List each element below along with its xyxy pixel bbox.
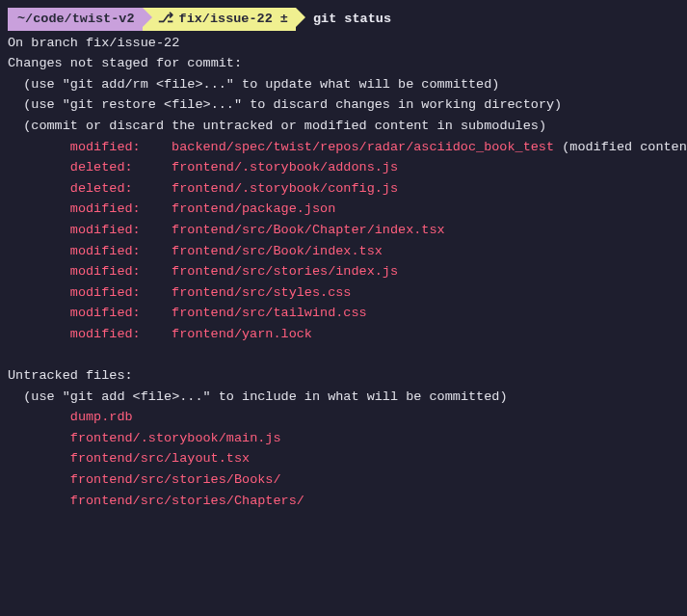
unstaged-file-row: modified: frontend/src/styles.css [8, 282, 679, 304]
unstaged-file-row: modified: frontend/src/Book/Chapter/inde… [8, 220, 679, 241]
file-path: backend/spec/twist/repos/radar/asciidoc_… [172, 140, 554, 154]
untracked-file-list: dump.rdbfrontend/.storybook/main.jsfront… [8, 407, 679, 511]
status-hint: (commit or discard the untracked or modi… [8, 116, 679, 137]
unstaged-file-row: modified: frontend/src/Book/index.tsx [8, 241, 679, 262]
file-status: deleted: [70, 157, 148, 178]
file-status: modified: [70, 282, 148, 304]
file-path: frontend/src/stories/Books/ [70, 472, 281, 487]
prompt-path: ~/code/twist-v2 [17, 9, 135, 30]
unstaged-file-row: deleted: frontend/.storybook/addons.js [8, 157, 679, 178]
file-path: frontend/src/Book/Chapter/index.tsx [172, 223, 445, 237]
status-unstaged-header: Changes not staged for commit: [8, 53, 679, 74]
file-path: frontend/src/styles.css [172, 285, 351, 300]
file-path: frontend/src/Book/index.tsx [172, 244, 383, 258]
file-path: frontend/src/stories/Chapters/ [70, 494, 304, 508]
file-status: modified: [70, 303, 148, 324]
file-path: frontend/src/tailwind.css [172, 306, 367, 320]
status-hint: (use "git add <file>..." to include in w… [8, 387, 679, 408]
unstaged-file-row: modified: backend/spec/twist/repos/radar… [8, 137, 679, 158]
file-status: modified: [70, 220, 148, 241]
unstaged-file-row: modified: frontend/src/stories/index.js [8, 261, 679, 282]
status-untracked-header: Untracked files: [8, 365, 679, 387]
command-input[interactable]: git status [305, 8, 391, 31]
file-path: frontend/.storybook/addons.js [172, 160, 398, 174]
terminal[interactable]: ~/code/twist-v2 ⎇ fix/issue-22 ± git sta… [0, 0, 687, 515]
untracked-file-row: frontend/src/stories/Books/ [8, 469, 679, 491]
file-path: dump.rdb [70, 410, 133, 424]
file-path: frontend/.storybook/config.js [172, 181, 398, 196]
git-branch-icon: ⎇ [158, 9, 173, 30]
file-path: frontend/src/stories/index.js [172, 264, 398, 279]
untracked-file-row: frontend/src/stories/Chapters/ [8, 491, 679, 512]
unstaged-file-row: deleted: frontend/.storybook/config.js [8, 178, 679, 200]
file-status: modified: [70, 241, 148, 262]
untracked-file-row: dump.rdb [8, 407, 679, 428]
prompt-branch: fix/issue-22 [179, 9, 273, 30]
file-note: (modified content) [554, 140, 687, 154]
unstaged-file-row: modified: frontend/package.json [8, 199, 679, 220]
blank-line [8, 345, 679, 366]
file-status: modified: [70, 137, 148, 158]
file-path: frontend/src/layout.tsx [70, 451, 250, 466]
untracked-file-row: frontend/.storybook/main.js [8, 428, 679, 449]
file-status: modified: [70, 261, 148, 282]
file-path: frontend/package.json [172, 201, 335, 216]
status-hint: (use "git restore <file>..." to discard … [8, 94, 679, 116]
status-branch-line: On branch fix/issue-22 [8, 33, 679, 54]
unstaged-file-row: modified: frontend/yarn.lock [8, 324, 679, 345]
powerline-arrow-icon [143, 8, 152, 27]
file-status: modified: [70, 324, 148, 345]
untracked-file-row: frontend/src/layout.tsx [8, 448, 679, 469]
prompt-branch-segment: ⎇ fix/issue-22 ± [143, 8, 296, 31]
unstaged-file-list: modified: backend/spec/twist/repos/radar… [8, 137, 679, 345]
file-path: frontend/yarn.lock [172, 327, 312, 341]
prompt-path-segment: ~/code/twist-v2 [8, 8, 143, 31]
unstaged-file-row: modified: frontend/src/tailwind.css [8, 303, 679, 324]
powerline-arrow-icon [296, 8, 305, 27]
file-status: modified: [70, 199, 148, 220]
prompt-dirty-marker: ± [273, 9, 288, 30]
file-status: deleted: [70, 178, 148, 200]
status-hint: (use "git add/rm <file>..." to update wh… [8, 74, 679, 95]
prompt-line: ~/code/twist-v2 ⎇ fix/issue-22 ± git sta… [8, 8, 679, 31]
file-path: frontend/.storybook/main.js [70, 431, 281, 445]
